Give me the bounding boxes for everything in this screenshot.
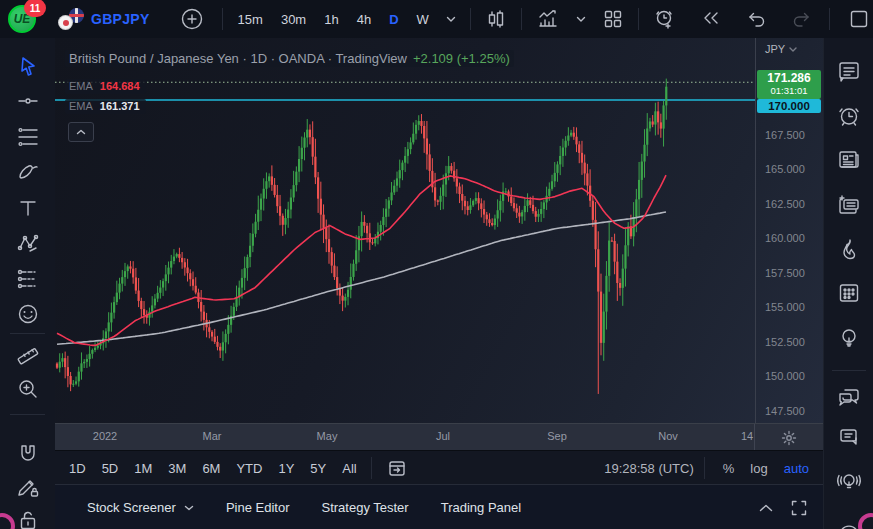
ema-slow-legend[interactable]: EMA161.371 bbox=[65, 99, 146, 114]
ema-fast-legend[interactable]: EMA164.684 bbox=[65, 79, 146, 94]
drawing-mode-lock-button[interactable] bbox=[16, 475, 40, 499]
multichart-layout-button[interactable] bbox=[594, 8, 632, 30]
undo-button[interactable] bbox=[737, 7, 777, 31]
candle-body bbox=[526, 200, 528, 206]
candle-body bbox=[181, 258, 183, 262]
range-5Y[interactable]: 5Y bbox=[302, 461, 334, 476]
emoji-tool[interactable] bbox=[16, 302, 40, 326]
toolbar-separator bbox=[371, 457, 372, 479]
fib-retracement-tool[interactable] bbox=[16, 125, 40, 149]
panel-expand-button chevron-up-icon[interactable] bbox=[759, 504, 773, 512]
chart-pane[interactable]: British Pound / Japanese Yen · 1D · OAND… bbox=[55, 38, 823, 423]
range-5D[interactable]: 5D bbox=[94, 461, 127, 476]
toolbar-separator bbox=[521, 8, 522, 30]
range-6M[interactable]: 6M bbox=[194, 461, 228, 476]
symbol-search-button[interactable]: GBPJPY bbox=[58, 8, 150, 30]
measure-tool[interactable] bbox=[16, 341, 40, 365]
brush-tool[interactable] bbox=[16, 160, 40, 184]
alerts-button[interactable] bbox=[836, 103, 862, 129]
range-YTD[interactable]: YTD bbox=[228, 461, 270, 476]
timeframe-menu-button[interactable] bbox=[438, 16, 464, 23]
price-level-label[interactable]: 170.000 bbox=[757, 99, 821, 113]
currency-selector[interactable]: JPY bbox=[765, 43, 797, 55]
go-to-date-button[interactable] bbox=[378, 457, 416, 479]
news-button[interactable] bbox=[836, 147, 862, 173]
candlestick-chart[interactable] bbox=[55, 38, 755, 423]
magnet-mode-button[interactable] bbox=[16, 442, 40, 466]
candle-body bbox=[513, 203, 515, 208]
create-alert-button[interactable] bbox=[645, 7, 685, 31]
toolbar-divider bbox=[10, 333, 45, 334]
bar-replay-button[interactable] bbox=[691, 7, 731, 31]
tab-pine-editor[interactable]: Pine Editor bbox=[226, 500, 290, 515]
tab-trading-panel[interactable]: Trading Panel bbox=[441, 500, 521, 515]
timeframe-15m[interactable]: 15m bbox=[229, 12, 272, 27]
timeframe-W[interactable]: W bbox=[408, 12, 438, 27]
save-layout-button[interactable] bbox=[840, 8, 873, 30]
candle-body bbox=[380, 225, 382, 232]
indicator-templates-button[interactable] bbox=[568, 16, 594, 23]
toolbar-divider bbox=[10, 414, 45, 415]
timeframe-1h[interactable]: 1h bbox=[315, 12, 347, 27]
trend-line-tool[interactable] bbox=[16, 89, 40, 113]
timeframe-30m[interactable]: 30m bbox=[272, 12, 315, 27]
candle-body bbox=[331, 252, 333, 266]
calendar-button[interactable] bbox=[836, 280, 862, 306]
range-All[interactable]: All bbox=[334, 461, 364, 476]
chart-settings-zone[interactable] bbox=[754, 424, 823, 451]
clock-utc[interactable]: 19:28:58 (UTC) bbox=[604, 461, 694, 476]
range-1Y[interactable]: 1Y bbox=[270, 461, 302, 476]
forecast-tool[interactable] bbox=[16, 267, 40, 291]
cursor-tool[interactable] bbox=[17, 55, 39, 77]
price-tick: 150.000 bbox=[765, 370, 805, 382]
text-tool[interactable] bbox=[17, 197, 39, 219]
indicators-button[interactable] bbox=[528, 7, 568, 31]
range-1D[interactable]: 1D bbox=[61, 461, 94, 476]
chat-button[interactable] bbox=[836, 424, 862, 450]
range-3M[interactable]: 3M bbox=[160, 461, 194, 476]
tab-stock-screener[interactable]: Stock Screener bbox=[87, 500, 194, 515]
timeframe-4h[interactable]: 4h bbox=[348, 12, 380, 27]
candle-body bbox=[641, 162, 643, 180]
candle-body bbox=[225, 334, 227, 342]
candle-body bbox=[203, 312, 205, 320]
log-scale-button[interactable]: log bbox=[742, 461, 775, 476]
compare-add-symbol-button[interactable] bbox=[172, 7, 212, 31]
public-chats-button[interactable] bbox=[836, 384, 862, 410]
zoom-in-tool[interactable] bbox=[16, 377, 40, 401]
timeframe-D[interactable]: D bbox=[380, 12, 407, 27]
text-notes-button[interactable] bbox=[836, 192, 862, 218]
candle-body bbox=[573, 133, 575, 137]
hotlists-button[interactable] bbox=[836, 236, 862, 262]
candle-body bbox=[619, 283, 621, 288]
user-menu-button[interactable]: UE 11 bbox=[6, 2, 40, 36]
chart-type-button[interactable] bbox=[477, 8, 515, 30]
time-axis[interactable]: 2022MarMayJulSepNov14 bbox=[55, 423, 823, 451]
ideas-button[interactable] bbox=[836, 325, 862, 351]
bottom-panel: Stock ScreenerPine EditorStrategy Tester… bbox=[55, 484, 823, 529]
candle-body bbox=[657, 111, 659, 122]
legend-collapse-button[interactable] bbox=[68, 122, 94, 142]
range-1M[interactable]: 1M bbox=[126, 461, 160, 476]
candle-body bbox=[127, 266, 129, 271]
candle-body bbox=[418, 121, 420, 125]
streams-button[interactable] bbox=[835, 468, 863, 496]
candle-body bbox=[140, 301, 142, 309]
tab-strategy-tester[interactable]: Strategy Tester bbox=[321, 500, 408, 515]
auto-scale-button[interactable]: auto bbox=[776, 461, 817, 476]
panel-fullscreen-button[interactable] bbox=[791, 500, 807, 516]
percent-scale-button[interactable]: % bbox=[715, 461, 743, 476]
candle-body bbox=[355, 250, 357, 264]
redo-button[interactable] bbox=[781, 7, 821, 31]
lock-all-drawings-button[interactable] bbox=[16, 509, 40, 529]
xabcd-pattern-tool[interactable] bbox=[16, 231, 40, 255]
candle-body bbox=[70, 376, 72, 384]
price-axis[interactable]: JPY 170.000167.500165.000162.500160.0001… bbox=[755, 38, 824, 423]
candle-body bbox=[214, 337, 216, 342]
pane-title[interactable]: British Pound / Japanese Yen · 1D · OAND… bbox=[65, 50, 514, 67]
watchlist-button[interactable] bbox=[836, 59, 862, 85]
candle-body bbox=[290, 198, 292, 210]
candle-body bbox=[72, 384, 74, 385]
candle-body bbox=[91, 350, 93, 354]
last-price-label[interactable]: 171.286 01:31:01 bbox=[757, 70, 821, 99]
